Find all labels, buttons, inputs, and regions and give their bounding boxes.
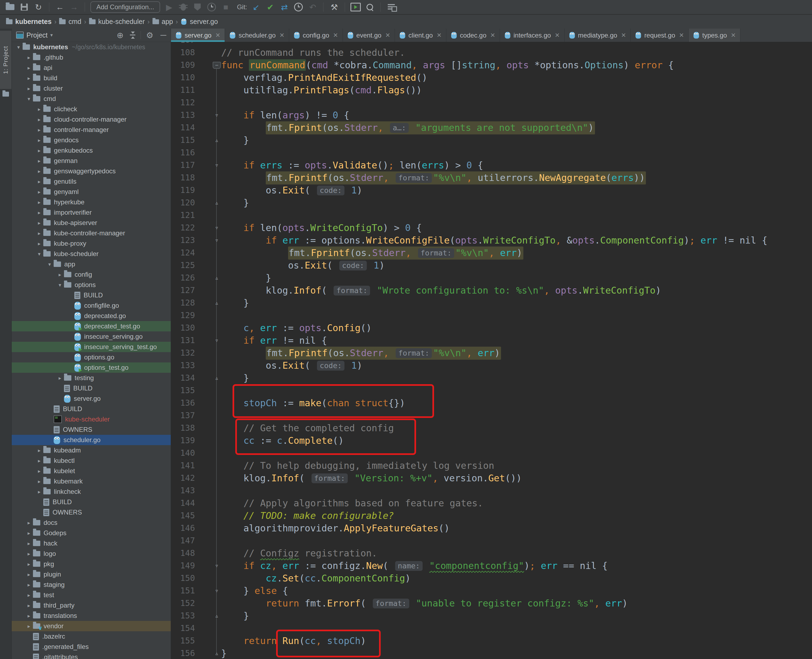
tree-item-kube-scheduler[interactable]: kube-scheduler (12, 414, 171, 424)
code-line[interactable]: 116 (171, 147, 812, 159)
chevron-expanded-icon[interactable]: ▾ (25, 96, 33, 102)
chevron-collapsed-icon[interactable]: ▸ (35, 468, 43, 474)
code-line[interactable]: 133 os.Exit( code: 1) (171, 359, 812, 372)
chevron-collapsed-icon[interactable]: ▸ (25, 582, 33, 588)
tab-request.go[interactable]: request.go✕ (630, 28, 689, 42)
fold-marker-down[interactable]: ▿ (211, 234, 222, 246)
chevron-collapsed-icon[interactable]: ▸ (25, 75, 33, 81)
tree-item-test[interactable]: ▸test (12, 590, 171, 600)
coverage-icon[interactable] (192, 2, 202, 12)
code-line[interactable]: 110 verflag.PrintAndExitIfRequested() (171, 71, 812, 84)
chevron-collapsed-icon[interactable]: ▸ (35, 147, 43, 154)
tree-item-linkcheck[interactable]: ▸linkcheck (12, 487, 171, 497)
tree-item-config[interactable]: ▸config (12, 270, 171, 280)
tree-item-kubeadm[interactable]: ▸kubeadm (12, 445, 171, 456)
chevron-collapsed-icon[interactable]: ▸ (35, 220, 43, 226)
tree-item-genutils[interactable]: ▸genutils (12, 176, 171, 187)
tab-client.go[interactable]: client.go✕ (395, 28, 446, 42)
tree-item-plugin[interactable]: ▸plugin (12, 569, 171, 580)
close-icon[interactable]: ✕ (280, 32, 284, 39)
code-line[interactable]: 155 return Run(cc, stopCh) (171, 634, 812, 647)
chevron-collapsed-icon[interactable]: ▸ (35, 158, 43, 164)
tree-item-options_test.go[interactable]: options_test.go (12, 363, 171, 373)
code-line[interactable]: 152 return fmt.Errorf( format: "unable t… (171, 597, 812, 610)
chevron-collapsed-icon[interactable]: ▸ (56, 271, 64, 278)
chevron-down-icon[interactable]: ▾ (51, 32, 53, 38)
chevron-collapsed-icon[interactable]: ▸ (35, 117, 43, 123)
tree-item-app[interactable]: ▾app (12, 259, 171, 270)
tab-event.go[interactable]: event.go✕ (343, 28, 395, 42)
tab-interfaces.go[interactable]: interfaces.go✕ (500, 28, 564, 42)
tree-item-importverifier[interactable]: ▸importverifier (12, 207, 171, 218)
save-all-icon[interactable] (19, 2, 29, 12)
tree-item-insecure_serving.go[interactable]: insecure_serving.go (12, 331, 171, 342)
tree-item-.gitattributes[interactable]: .gitattributes (12, 652, 171, 659)
code-area[interactable]: 107108// runCommand runs the scheduler.1… (171, 42, 812, 659)
code-line[interactable]: 156▵} (171, 647, 812, 659)
tree-item-clicheck[interactable]: ▸clicheck (12, 104, 171, 114)
code-line[interactable]: 121 (171, 209, 812, 221)
code-line[interactable]: 148 // Configz registration. (171, 547, 812, 560)
tree-item-cluster[interactable]: ▸cluster (12, 83, 171, 94)
git-commit-icon[interactable]: ✔ (265, 2, 275, 12)
chevron-expanded-icon[interactable]: ▾ (35, 251, 43, 257)
tree-item-cmd[interactable]: ▾cmd (12, 94, 171, 104)
chevron-collapsed-icon[interactable]: ▸ (25, 520, 33, 526)
close-icon[interactable]: ✕ (436, 32, 441, 39)
tree-item-options.go[interactable]: options.go (12, 352, 171, 363)
chevron-collapsed-icon[interactable]: ▸ (25, 623, 33, 629)
chevron-expanded-icon[interactable]: ▾ (14, 44, 23, 50)
tree-item-OWNERS[interactable]: OWNERS (12, 424, 171, 435)
code-line[interactable]: 120▵ } (171, 197, 812, 209)
close-icon[interactable]: ✕ (731, 32, 736, 39)
code-line[interactable]: 125 os.Exit( code: 1) (171, 259, 812, 271)
close-icon[interactable]: ✕ (621, 32, 626, 39)
tree-item-Godeps[interactable]: ▸Godeps (12, 528, 171, 538)
chevron-collapsed-icon[interactable]: ▸ (35, 137, 43, 143)
close-icon[interactable]: ✕ (333, 32, 338, 39)
breadcrumb-item[interactable]: kubernetes (6, 18, 52, 25)
code-line[interactable]: 109−func runCommand(cmd *cobra.Command, … (171, 59, 812, 71)
chevron-collapsed-icon[interactable]: ▸ (25, 602, 33, 609)
tree-item-BUILD[interactable]: BUILD (12, 497, 171, 507)
tree-item-cloud-controller-manager[interactable]: ▸cloud-controller-manager (12, 114, 171, 125)
code-line[interactable]: 118 fmt.Fprintf(os.Stderr, format:"%v\n"… (171, 172, 812, 184)
tree-item-kube-controller-manager[interactable]: ▸kube-controller-manager (12, 228, 171, 238)
close-icon[interactable]: ✕ (679, 32, 684, 39)
tree-item-docs[interactable]: ▸docs (12, 517, 171, 528)
tree-item-controller-manager[interactable]: ▸controller-manager (12, 125, 171, 135)
code-line[interactable]: 149▿ if cz, err := configz.New( name: "c… (171, 560, 812, 572)
breadcrumb-item[interactable]: kube-scheduler (89, 18, 145, 25)
breadcrumb-item[interactable]: app (153, 18, 173, 25)
fold-marker-up[interactable]: ▵ (211, 610, 222, 622)
tree-item-api[interactable]: ▸api (12, 63, 171, 73)
project-tool-window-button[interactable]: 1: Project (0, 31, 11, 89)
code-line[interactable]: 107 (171, 42, 812, 46)
tree-item-deprecated_test.go[interactable]: deprecated_test.go (12, 321, 171, 331)
tree-item-genswaggertypedocs[interactable]: ▸genswaggertypedocs (12, 166, 171, 176)
code-line[interactable]: 130 c, err := opts.Config() (171, 322, 812, 334)
chevron-collapsed-icon[interactable]: ▸ (25, 571, 33, 578)
search-everywhere-icon[interactable] (365, 2, 375, 12)
code-line[interactable]: 137 (171, 409, 812, 422)
tree-item-gendocs[interactable]: ▸gendocs (12, 135, 171, 145)
add-configuration-button[interactable]: Add Configuration... (90, 2, 160, 13)
chevron-collapsed-icon[interactable]: ▸ (35, 447, 43, 454)
memory-indicator-icon[interactable] (386, 2, 397, 12)
tree-item-third_party[interactable]: ▸third_party (12, 600, 171, 610)
code-line[interactable]: 111 utilflag.PrintFlags(cmd.Flags()) (171, 84, 812, 96)
collapse-all-icon[interactable] (129, 32, 136, 39)
chevron-collapsed-icon[interactable]: ▸ (35, 210, 43, 216)
git-rollback-icon[interactable]: ↶ (307, 2, 318, 12)
locate-icon[interactable]: ⊕ (115, 30, 125, 40)
breadcrumb-item[interactable]: server.go (180, 18, 218, 25)
chevron-collapsed-icon[interactable]: ▸ (25, 85, 33, 92)
code-line[interactable]: 142 klog.Infof( format: "Version: %+v", … (171, 472, 812, 484)
tree-item-scheduler.go[interactable]: scheduler.go (12, 435, 171, 445)
git-update-icon[interactable]: ↙ (251, 2, 261, 12)
tree-item-.generated_files[interactable]: .generated_files (12, 642, 171, 652)
code-line[interactable]: 119 os.Exit( code: 1) (171, 184, 812, 197)
project-panel-title[interactable]: Project (27, 31, 47, 39)
fold-marker-down[interactable]: ▿ (211, 221, 222, 234)
close-icon[interactable]: ✕ (554, 32, 559, 39)
